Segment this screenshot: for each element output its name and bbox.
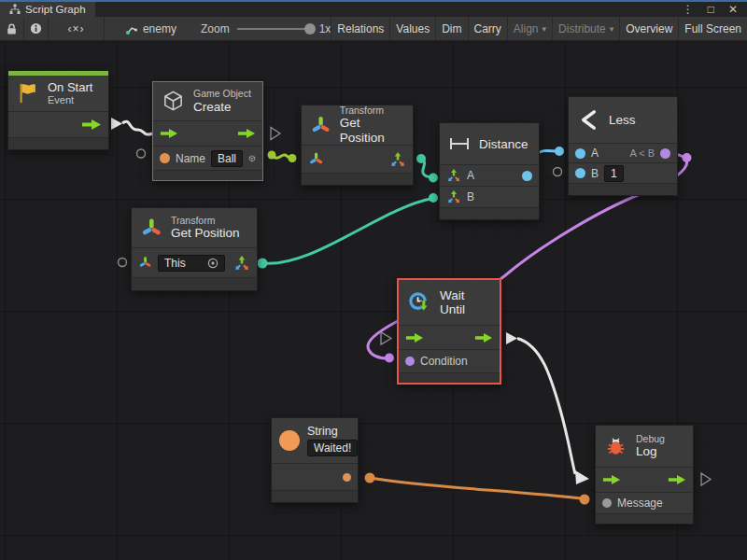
node-subtitle: Event <box>48 94 92 106</box>
values-button[interactable]: Values <box>389 17 435 40</box>
distribute-label: Distribute <box>558 22 606 35</box>
node-category: Transform <box>171 215 240 226</box>
port-a-label: A <box>467 169 474 182</box>
close-icon[interactable]: ✕ <box>728 3 738 16</box>
string-output-port[interactable] <box>343 473 351 482</box>
flow-output-port[interactable] <box>474 332 493 343</box>
wire-endpoint <box>580 495 590 505</box>
flow-output-port[interactable] <box>237 128 256 139</box>
node-debug-log[interactable]: Debug Log Message <box>595 425 694 525</box>
node-string-literal[interactable]: String Waited! <box>271 417 359 503</box>
wire-endpoint <box>555 147 564 156</box>
less-than-icon <box>577 108 600 132</box>
debug-bug-icon <box>604 435 627 458</box>
transform-input-port[interactable] <box>308 151 324 167</box>
node-title: Wait Until <box>440 288 491 316</box>
wire-endpoint <box>258 259 268 269</box>
node-footer <box>272 491 358 502</box>
object-picker-icon[interactable] <box>207 258 218 269</box>
less-result-port[interactable] <box>660 148 670 159</box>
unconnected-flow-indicator <box>381 332 391 344</box>
string-value-field[interactable]: Waited! <box>307 440 358 456</box>
node-title: On Start <box>48 80 92 94</box>
node-footer <box>569 184 677 195</box>
wire-waituntil-out-arrowhead <box>506 332 517 344</box>
flow-output-port[interactable] <box>81 119 102 131</box>
message-input-port[interactable] <box>602 498 612 508</box>
wire-onstart-arrowhead <box>111 118 122 130</box>
lock-icon <box>6 22 18 35</box>
b-value-field[interactable]: 1 <box>604 165 624 182</box>
flow-input-port[interactable] <box>602 474 621 485</box>
node-get-position-top[interactable]: Transform Get Position <box>301 105 414 186</box>
flow-input-port[interactable] <box>160 128 178 139</box>
wire-create-to-getposition <box>272 155 292 158</box>
node-category: Transform <box>340 105 404 116</box>
node-title: Distance <box>479 137 529 151</box>
relations-button[interactable]: Relations <box>331 17 389 40</box>
node-title: Less <box>609 113 636 127</box>
unconnected-flow-indicator <box>701 473 711 485</box>
node-wait-until[interactable]: Wait Until Condition <box>397 278 501 385</box>
distance-icon <box>448 135 471 152</box>
maximize-icon[interactable]: □ <box>708 3 714 16</box>
wire-endpoint <box>385 354 394 363</box>
name-input-port[interactable] <box>160 153 170 163</box>
less-b-input-port[interactable] <box>575 168 585 178</box>
name-value-field[interactable]: Ball <box>211 150 243 167</box>
distribute-button[interactable]: Distribute ▾ <box>552 17 619 40</box>
condition-label: Condition <box>420 355 468 368</box>
vector3-output-port[interactable] <box>389 151 406 168</box>
zoom-slider-knob[interactable] <box>304 23 316 35</box>
distance-output-port[interactable] <box>522 171 532 181</box>
wire-string-to-debuglog <box>370 478 585 499</box>
node-footer <box>8 138 108 149</box>
align-button[interactable]: Align ▾ <box>507 17 552 40</box>
transform-input-port[interactable] <box>138 256 152 270</box>
node-footer <box>596 514 693 524</box>
node-less[interactable]: Less A A < B B 1 <box>568 96 678 196</box>
wire-endpoint <box>416 154 426 163</box>
fullscreen-button[interactable]: Full Screen <box>678 17 747 40</box>
vector3-input-port[interactable] <box>446 168 461 183</box>
node-create-gameobject[interactable]: Game Object Create Name Ball <box>152 81 263 181</box>
node-category: Game Object <box>193 88 251 99</box>
tab-script-graph[interactable]: Script Graph <box>0 2 95 17</box>
node-distance[interactable]: Distance A B <box>439 122 540 220</box>
condition-input-port[interactable] <box>405 357 415 366</box>
flag-icon <box>17 81 39 105</box>
lock-button[interactable] <box>0 17 24 40</box>
gameobject-output-port[interactable] <box>248 151 256 166</box>
node-get-position-bottom[interactable]: Transform Get Position This <box>131 207 258 291</box>
wire-onstart-to-create <box>122 121 152 134</box>
dim-button[interactable]: Dim <box>435 17 467 40</box>
target-value-field[interactable]: This <box>158 255 225 272</box>
code-view-button[interactable]: ‹×› <box>49 17 105 40</box>
flow-output-port[interactable] <box>668 474 686 485</box>
wire-debuglog-arrowhead <box>575 470 589 484</box>
node-on-start-event[interactable]: On Start Event <box>7 70 109 150</box>
vector3-input-port[interactable] <box>446 189 461 204</box>
graph-name-label: enemy <box>143 22 176 35</box>
node-title: Get Position <box>340 116 404 146</box>
flow-input-port[interactable] <box>405 332 424 343</box>
zoom-label: Zoom <box>201 22 230 35</box>
less-a-input-port[interactable] <box>575 148 585 159</box>
transform-icon <box>140 217 162 239</box>
wire-getpositiontop-to-distance-a <box>421 159 432 177</box>
toolbar-right-group: Relations Values Dim Carry Align ▾ Distr… <box>331 17 747 40</box>
graph-breadcrumb[interactable]: enemy <box>125 17 176 40</box>
vector3-output-port[interactable] <box>233 255 250 272</box>
overview-button[interactable]: Overview <box>619 17 678 40</box>
carry-button[interactable]: Carry <box>468 17 507 40</box>
zoom-slider[interactable] <box>237 28 312 30</box>
graph-toolbar: ‹×› enemy Zoom 1x Relations Values Dim C… <box>0 17 747 41</box>
wire-endpoint <box>365 473 375 483</box>
unconnected-indicator <box>554 168 562 176</box>
code-view-icon: ‹×› <box>67 22 84 35</box>
node-footer <box>302 174 413 185</box>
window-menu-icon[interactable]: ⋮ <box>683 3 694 16</box>
info-button[interactable] <box>24 17 49 40</box>
result-label: A < B <box>629 147 655 159</box>
graph-canvas[interactable]: On Start Event Game Object Create <box>0 41 747 560</box>
